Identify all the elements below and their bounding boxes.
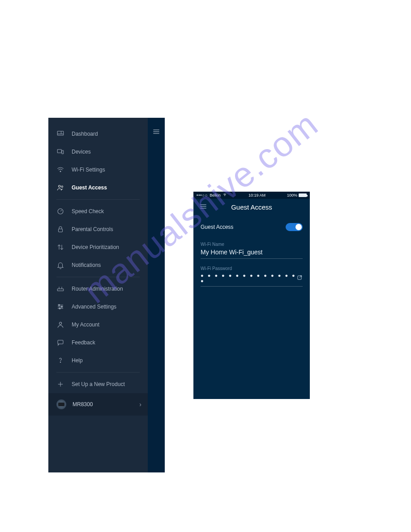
- page-title: Guest Access: [207, 203, 296, 211]
- sidebar-item-label: Router Administration: [72, 286, 123, 292]
- wifi-icon: [56, 166, 64, 174]
- sidebar-item-guest-access[interactable]: Guest Access: [48, 179, 148, 197]
- svg-rect-10: [59, 229, 63, 232]
- updown-icon: [56, 243, 64, 251]
- svg-rect-4: [62, 150, 64, 154]
- wifi-password-field[interactable]: Wi-Fi Password ● ● ● ● ● ● ● ● ● ● ● ● ●…: [193, 260, 310, 287]
- sidebar-item-label: Device Prioritization: [72, 244, 119, 250]
- divider: [56, 199, 140, 200]
- sidebar-item-label: Dashboard: [72, 131, 98, 137]
- svg-rect-0: [57, 131, 64, 135]
- hamburger-menu-button[interactable]: [153, 128, 160, 136]
- wifi-status-icon: [223, 193, 227, 197]
- sidebar-item-notifications[interactable]: Notifications: [48, 256, 148, 274]
- svg-rect-13: [57, 289, 64, 291]
- bell-icon: [56, 261, 64, 269]
- guest-access-toggle[interactable]: [286, 223, 303, 231]
- sidebar-item-label: Wi-Fi Settings: [72, 167, 105, 173]
- sidebar-item-router-administration[interactable]: Router Administration: [48, 280, 148, 298]
- svg-point-5: [60, 171, 61, 172]
- status-bar: •••○○ Belkin 10:19 AM 100%: [193, 192, 310, 199]
- svg-point-7: [61, 186, 63, 187]
- hamburger-menu-button[interactable]: [200, 204, 207, 210]
- gauge-icon: [56, 207, 64, 215]
- devices-icon: [56, 148, 64, 156]
- chevron-right-icon: ›: [139, 401, 141, 408]
- sidebar-item-label: Speed Check: [72, 208, 104, 215]
- wifi-name-field[interactable]: Wi-Fi Name My Home Wi-Fi_guest: [193, 236, 310, 260]
- sidebar-item-dashboard[interactable]: Dashboard: [48, 125, 148, 143]
- sidebar-item-feedback[interactable]: Feedback: [48, 334, 148, 352]
- product-name: MR8300: [73, 401, 93, 408]
- svg-rect-23: [58, 340, 63, 344]
- guest-access-toggle-row: Guest Access: [193, 215, 310, 236]
- sidebar-item-label: Set Up a New Product: [72, 381, 125, 387]
- signal-icon: •••○○: [197, 193, 208, 197]
- share-icon[interactable]: [296, 275, 303, 282]
- sidebar-item-my-account[interactable]: My Account: [48, 316, 148, 334]
- sidebar-item-label: Guest Access: [72, 184, 107, 191]
- guest-access-screen: •••○○ Belkin 10:19 AM 100% Guest Access …: [193, 192, 310, 399]
- wifi-password-value: ● ● ● ● ● ● ● ● ● ● ● ● ● ● ●: [201, 273, 296, 283]
- svg-line-9: [60, 210, 62, 211]
- plus-icon: [56, 380, 64, 388]
- screen-header: Guest Access: [193, 199, 310, 215]
- carrier-label: Belkin: [210, 193, 221, 197]
- sidebar-item-parental-controls[interactable]: Parental Controls: [48, 220, 148, 238]
- router-icon: [56, 285, 64, 293]
- people-icon: [56, 184, 64, 192]
- sidebar-item-wifi-settings[interactable]: Wi-Fi Settings: [48, 161, 148, 179]
- svg-rect-3: [57, 150, 61, 153]
- sidebar-item-label: Feedback: [72, 339, 95, 346]
- battery-icon: [299, 193, 307, 197]
- wifi-name-value: My Home Wi-Fi_guest: [201, 249, 262, 256]
- svg-point-6: [59, 185, 61, 188]
- sliders-icon: [56, 303, 64, 311]
- svg-point-21: [59, 308, 60, 309]
- clock: 10:19 AM: [227, 193, 287, 197]
- battery-percent: 100%: [287, 193, 297, 197]
- toggle-label: Guest Access: [201, 224, 233, 230]
- lock-icon: [56, 225, 64, 233]
- divider: [56, 277, 140, 277]
- divider: [56, 372, 140, 373]
- product-row[interactable]: MR8300 ›: [48, 393, 148, 416]
- svg-point-30: [224, 195, 225, 196]
- chat-icon: [56, 339, 64, 347]
- field-label: Wi-Fi Name: [201, 242, 303, 247]
- content-strip: [148, 118, 165, 472]
- dashboard-icon: [56, 130, 64, 138]
- sidebar-item-speed-check[interactable]: Speed Check: [48, 202, 148, 220]
- sidebar-item-label: Devices: [72, 149, 91, 155]
- sidebar-item-label: Help: [72, 357, 83, 364]
- sidebar-item-advanced-settings[interactable]: Advanced Settings: [48, 298, 148, 316]
- sidebar-item-label: Advanced Settings: [72, 304, 116, 310]
- sidebar-app-screen: Dashboard Devices Wi-Fi Settings Guest A…: [48, 118, 165, 472]
- product-avatar-icon: [56, 399, 66, 409]
- sidebar-item-label: Parental Controls: [72, 226, 113, 232]
- svg-point-22: [59, 322, 61, 324]
- person-icon: [56, 321, 64, 329]
- field-label: Wi-Fi Password: [201, 266, 303, 271]
- sidebar-item-device-prioritization[interactable]: Device Prioritization: [48, 238, 148, 256]
- sidebar-item-devices[interactable]: Devices: [48, 143, 148, 161]
- sidebar-item-setup-new-product[interactable]: Set Up a New Product: [48, 375, 148, 393]
- sidebar: Dashboard Devices Wi-Fi Settings Guest A…: [48, 118, 148, 472]
- svg-point-20: [61, 306, 63, 308]
- svg-point-24: [60, 362, 61, 363]
- help-icon: [56, 356, 64, 365]
- sidebar-item-label: My Account: [72, 322, 99, 328]
- sidebar-item-label: Notifications: [72, 262, 101, 268]
- svg-point-19: [59, 305, 60, 306]
- sidebar-item-help[interactable]: Help: [48, 352, 148, 369]
